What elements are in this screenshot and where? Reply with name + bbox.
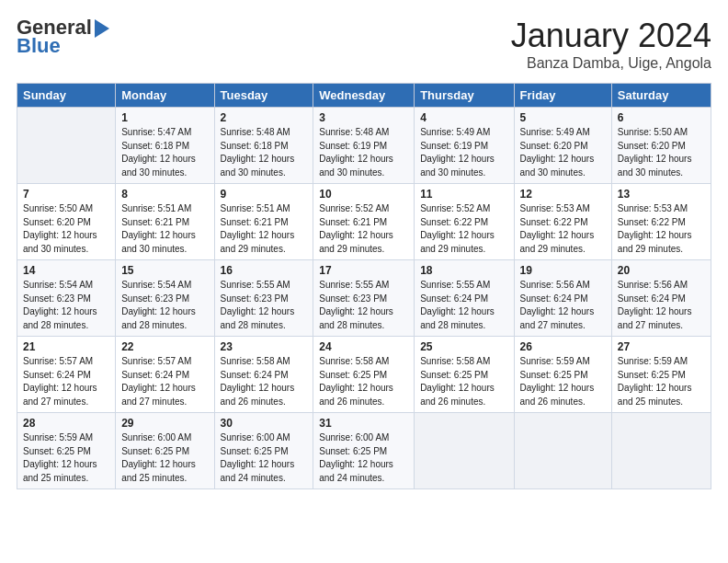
calendar-cell: 27Sunrise: 5:59 AM Sunset: 6:25 PM Dayli… [611, 337, 711, 413]
calendar-cell: 17Sunrise: 5:55 AM Sunset: 6:23 PM Dayli… [313, 260, 415, 337]
day-number: 24 [319, 340, 408, 353]
calendar-cell: 3Sunrise: 5:48 AM Sunset: 6:19 PM Daylig… [313, 108, 415, 184]
logo-blue: Blue [17, 35, 61, 57]
calendar-cell: 12Sunrise: 5:53 AM Sunset: 6:22 PM Dayli… [514, 184, 611, 260]
calendar-cell: 19Sunrise: 5:56 AM Sunset: 6:24 PM Dayli… [514, 260, 611, 337]
day-number: 21 [23, 340, 109, 353]
day-info: Sunrise: 5:47 AM Sunset: 6:18 PM Dayligh… [121, 126, 208, 179]
calendar-cell: 11Sunrise: 5:52 AM Sunset: 6:22 PM Dayli… [415, 184, 514, 260]
day-info: Sunrise: 5:54 AM Sunset: 6:23 PM Dayligh… [23, 279, 109, 332]
day-number: 11 [420, 188, 507, 201]
day-number: 8 [121, 188, 208, 201]
calendar-table: Sunday Monday Tuesday Wednesday Thursday… [17, 83, 711, 489]
calendar-cell: 25Sunrise: 5:58 AM Sunset: 6:25 PM Dayli… [415, 337, 514, 413]
calendar-cell: 14Sunrise: 5:54 AM Sunset: 6:23 PM Dayli… [17, 260, 116, 337]
day-info: Sunrise: 5:50 AM Sunset: 6:20 PM Dayligh… [618, 126, 705, 179]
calendar-cell: 1Sunrise: 5:47 AM Sunset: 6:18 PM Daylig… [116, 108, 214, 184]
calendar-cell [17, 108, 116, 184]
calendar-cell: 7Sunrise: 5:50 AM Sunset: 6:20 PM Daylig… [17, 184, 116, 260]
calendar-cell: 15Sunrise: 5:54 AM Sunset: 6:23 PM Dayli… [116, 260, 214, 337]
day-number: 29 [121, 417, 208, 430]
day-number: 9 [221, 188, 308, 201]
day-info: Sunrise: 5:48 AM Sunset: 6:19 PM Dayligh… [319, 126, 408, 179]
calendar-week-2: 7Sunrise: 5:50 AM Sunset: 6:20 PM Daylig… [17, 184, 711, 260]
day-info: Sunrise: 5:48 AM Sunset: 6:18 PM Dayligh… [221, 126, 308, 179]
day-info: Sunrise: 5:59 AM Sunset: 6:25 PM Dayligh… [520, 355, 606, 408]
calendar-week-3: 14Sunrise: 5:54 AM Sunset: 6:23 PM Dayli… [17, 260, 711, 337]
calendar-cell [514, 413, 611, 489]
day-number: 26 [520, 340, 606, 353]
day-number: 3 [319, 111, 408, 124]
calendar-cell [415, 413, 514, 489]
logo-arrow-icon [95, 19, 109, 38]
logo: General Blue [17, 17, 109, 57]
day-info: Sunrise: 5:57 AM Sunset: 6:24 PM Dayligh… [23, 355, 109, 408]
calendar-cell [611, 413, 711, 489]
day-info: Sunrise: 5:53 AM Sunset: 6:22 PM Dayligh… [618, 202, 705, 256]
col-thursday: Thursday [415, 84, 514, 108]
col-wednesday: Wednesday [313, 84, 415, 108]
day-info: Sunrise: 5:49 AM Sunset: 6:20 PM Dayligh… [520, 126, 606, 179]
col-friday: Friday [514, 84, 611, 108]
day-info: Sunrise: 5:51 AM Sunset: 6:21 PM Dayligh… [221, 202, 308, 256]
day-info: Sunrise: 5:59 AM Sunset: 6:25 PM Dayligh… [618, 355, 705, 408]
day-info: Sunrise: 5:56 AM Sunset: 6:24 PM Dayligh… [618, 279, 705, 332]
day-number: 25 [420, 340, 507, 353]
calendar-cell: 20Sunrise: 5:56 AM Sunset: 6:24 PM Dayli… [611, 260, 711, 337]
day-number: 2 [221, 111, 308, 124]
day-info: Sunrise: 5:51 AM Sunset: 6:21 PM Dayligh… [121, 202, 208, 256]
page: General Blue January 2024 Banza Damba, U… [0, 0, 728, 563]
day-number: 13 [618, 188, 705, 201]
day-number: 19 [520, 264, 606, 277]
day-number: 14 [23, 264, 109, 277]
calendar-cell: 31Sunrise: 6:00 AM Sunset: 6:25 PM Dayli… [313, 413, 415, 489]
col-saturday: Saturday [611, 84, 711, 108]
calendar-week-5: 28Sunrise: 5:59 AM Sunset: 6:25 PM Dayli… [17, 413, 711, 489]
calendar-cell: 2Sunrise: 5:48 AM Sunset: 6:18 PM Daylig… [214, 108, 313, 184]
calendar-cell: 21Sunrise: 5:57 AM Sunset: 6:24 PM Dayli… [17, 337, 116, 413]
header: General Blue January 2024 Banza Damba, U… [17, 17, 711, 72]
calendar-week-1: 1Sunrise: 5:47 AM Sunset: 6:18 PM Daylig… [17, 108, 711, 184]
day-number: 20 [618, 264, 705, 277]
col-tuesday: Tuesday [214, 84, 313, 108]
day-info: Sunrise: 5:58 AM Sunset: 6:24 PM Dayligh… [221, 355, 308, 408]
day-number: 23 [221, 340, 308, 353]
calendar-cell: 6Sunrise: 5:50 AM Sunset: 6:20 PM Daylig… [611, 108, 711, 184]
day-number: 6 [618, 111, 705, 124]
calendar-cell: 30Sunrise: 6:00 AM Sunset: 6:25 PM Dayli… [214, 413, 313, 489]
calendar-cell: 24Sunrise: 5:58 AM Sunset: 6:25 PM Dayli… [313, 337, 415, 413]
day-number: 10 [319, 188, 408, 201]
day-info: Sunrise: 5:49 AM Sunset: 6:19 PM Dayligh… [420, 126, 507, 179]
day-info: Sunrise: 5:55 AM Sunset: 6:23 PM Dayligh… [221, 279, 308, 332]
calendar-cell: 4Sunrise: 5:49 AM Sunset: 6:19 PM Daylig… [415, 108, 514, 184]
day-number: 16 [221, 264, 308, 277]
location-title: Banza Damba, Uige, Angola [511, 55, 711, 72]
calendar-cell: 8Sunrise: 5:51 AM Sunset: 6:21 PM Daylig… [116, 184, 214, 260]
calendar-cell: 28Sunrise: 5:59 AM Sunset: 6:25 PM Dayli… [17, 413, 116, 489]
calendar-cell: 13Sunrise: 5:53 AM Sunset: 6:22 PM Dayli… [611, 184, 711, 260]
calendar-cell: 18Sunrise: 5:55 AM Sunset: 6:24 PM Dayli… [415, 260, 514, 337]
day-info: Sunrise: 5:52 AM Sunset: 6:22 PM Dayligh… [420, 202, 507, 256]
day-number: 12 [520, 188, 606, 201]
day-info: Sunrise: 5:58 AM Sunset: 6:25 PM Dayligh… [420, 355, 507, 408]
calendar-cell: 5Sunrise: 5:49 AM Sunset: 6:20 PM Daylig… [514, 108, 611, 184]
calendar-cell: 26Sunrise: 5:59 AM Sunset: 6:25 PM Dayli… [514, 337, 611, 413]
title-block: January 2024 Banza Damba, Uige, Angola [511, 17, 711, 72]
day-number: 22 [121, 340, 208, 353]
day-info: Sunrise: 5:55 AM Sunset: 6:23 PM Dayligh… [319, 279, 408, 332]
calendar-cell: 29Sunrise: 6:00 AM Sunset: 6:25 PM Dayli… [116, 413, 214, 489]
day-number: 7 [23, 188, 109, 201]
day-info: Sunrise: 5:50 AM Sunset: 6:20 PM Dayligh… [23, 202, 109, 256]
day-info: Sunrise: 5:52 AM Sunset: 6:21 PM Dayligh… [319, 202, 408, 256]
day-number: 18 [420, 264, 507, 277]
calendar-cell: 23Sunrise: 5:58 AM Sunset: 6:24 PM Dayli… [214, 337, 313, 413]
day-info: Sunrise: 5:53 AM Sunset: 6:22 PM Dayligh… [520, 202, 606, 256]
day-info: Sunrise: 6:00 AM Sunset: 6:25 PM Dayligh… [221, 431, 308, 485]
header-row: Sunday Monday Tuesday Wednesday Thursday… [17, 84, 711, 108]
day-info: Sunrise: 5:54 AM Sunset: 6:23 PM Dayligh… [121, 279, 208, 332]
calendar-week-4: 21Sunrise: 5:57 AM Sunset: 6:24 PM Dayli… [17, 337, 711, 413]
day-number: 27 [618, 340, 705, 353]
day-info: Sunrise: 5:56 AM Sunset: 6:24 PM Dayligh… [520, 279, 606, 332]
col-sunday: Sunday [17, 84, 116, 108]
day-number: 31 [319, 417, 408, 430]
